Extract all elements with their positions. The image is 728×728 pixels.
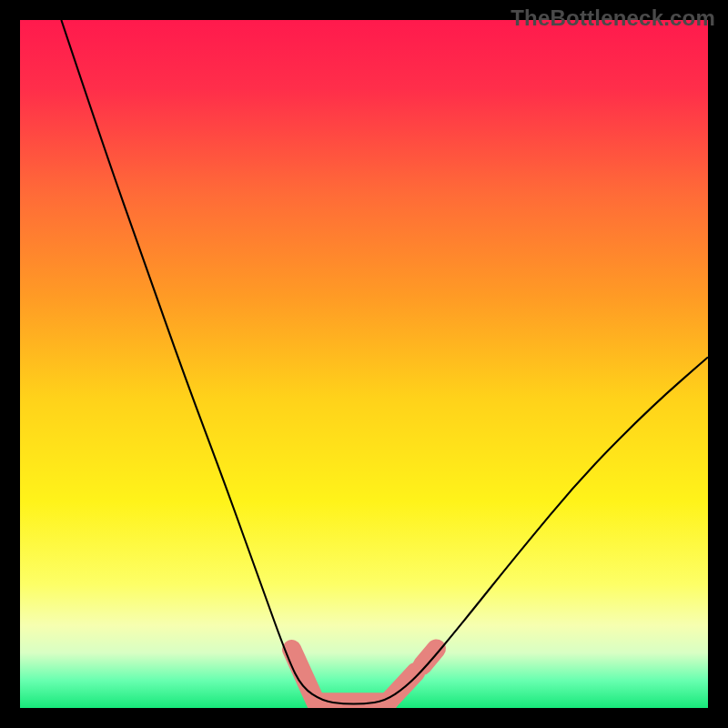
chart-root: TheBottleneck.com [0,0,728,728]
plot-frame [20,20,708,708]
gradient-background [20,20,708,708]
plot-svg [20,20,708,708]
attribution-label: TheBottleneck.com [511,5,715,31]
